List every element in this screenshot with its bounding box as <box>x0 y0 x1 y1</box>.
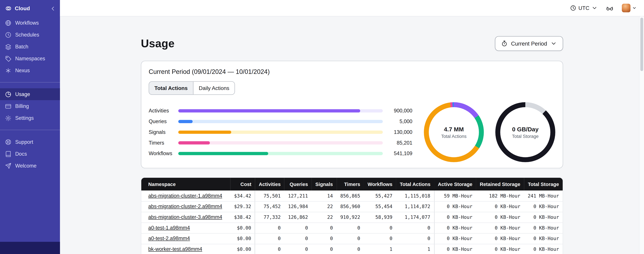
column-header-cost: Cost <box>230 178 255 190</box>
sidebar-item-label: Batch <box>15 44 28 50</box>
table-cell: 75,501 <box>255 190 284 201</box>
table-cell: 0 KB-Hour <box>476 201 524 212</box>
sidebar-item-usage[interactable]: Usage <box>0 88 60 100</box>
namespace-link[interactable]: abs-migration-cluster-2.a98mm4 <box>148 204 222 209</box>
docs-icon <box>5 150 12 157</box>
table-cell: 1,114,872 <box>396 201 434 212</box>
namespace-link[interactable]: abs-migration-cluster-1.a98mm4 <box>148 193 222 198</box>
table-row: bk-worker-test.a98mm4$0.000000110 KB-Hou… <box>141 244 563 254</box>
sidebar-item-nexus[interactable]: Nexus <box>0 64 60 76</box>
table-row: a0-test-1.a98mm4$0.000000000 KB-Hour0 KB… <box>141 222 563 233</box>
content-column: Usage Current Period Current Period (09/… <box>141 36 563 254</box>
sidebar-item-label: Billing <box>15 103 29 109</box>
table-cell: 77,332 <box>255 212 284 222</box>
total-actions-donut: 4.7 MM Total Actions <box>424 102 484 162</box>
namespace-link[interactable]: bk-worker-test.a98mm4 <box>148 246 202 252</box>
avatar[interactable] <box>622 4 630 12</box>
labs-mode-button[interactable] <box>606 4 614 12</box>
table-cell: 0 KB-Hour <box>524 201 563 212</box>
sidebar-item-workflows[interactable]: Workflows <box>0 17 60 29</box>
brand: Cloud <box>0 0 60 15</box>
chevron-down-icon <box>591 5 598 11</box>
column-header-retained-storage: Retained Storage <box>476 178 524 190</box>
sidebar-item-namespaces[interactable]: Namespaces <box>0 52 60 64</box>
column-header-timers: Timers <box>336 178 364 190</box>
table-body: abs-migration-cluster-1.a98mm4$34.4275,5… <box>141 190 563 254</box>
sidebar-item-batch[interactable]: Batch <box>0 41 60 52</box>
table-cell: 127,211 <box>284 190 312 201</box>
workflows-icon <box>5 20 12 26</box>
namespace-cell: a0-test-2.a98mm4 <box>141 233 230 244</box>
chevron-down-icon <box>550 40 557 47</box>
table-cell: 0 KB-Hour <box>434 244 476 254</box>
brand-label: Cloud <box>15 5 47 12</box>
table-cell: 55,454 <box>364 201 396 212</box>
bar-fill <box>178 109 360 112</box>
period-selector-button[interactable]: Current Period <box>495 36 563 51</box>
sidebar-nav-account: UsageBillingSettings <box>0 88 60 124</box>
table-cell: 58,939 <box>364 212 396 222</box>
scrollbar-thumb[interactable] <box>640 18 643 71</box>
usage-summary-card: Current Period (09/01/2024 — 10/01/2024)… <box>141 61 563 168</box>
schedules-icon <box>5 31 12 38</box>
table-cell: 0 KB-Hour <box>476 233 524 244</box>
namespace-link[interactable]: abs-migration-cluster-3.a98mm4 <box>148 214 222 220</box>
bar-value: 900,000 <box>387 108 412 114</box>
column-header-namespace: Namespace <box>141 178 230 190</box>
tab-daily-actions[interactable]: Daily Actions <box>193 82 235 94</box>
sidebar-item-label: Usage <box>15 91 30 97</box>
bar-label: Queries <box>149 118 174 124</box>
sidebar-item-billing[interactable]: Billing <box>0 100 60 112</box>
table-cell: 22 <box>312 201 336 212</box>
timezone-label: UTC <box>578 5 589 11</box>
tab-total-actions[interactable]: Total Actions <box>149 82 193 94</box>
chevron-left-icon <box>50 6 56 11</box>
sidebar-item-label: Support <box>15 139 33 144</box>
table-cell: 59 MB-Hour <box>434 190 476 201</box>
table-cell: 0 KB-Hour <box>476 212 524 222</box>
table-cell: 0 <box>312 233 336 244</box>
timezone-selector[interactable]: UTC <box>570 5 598 11</box>
charts-row: Activities900,000Queries5,000Signals130,… <box>149 102 555 162</box>
bar-track <box>178 141 383 144</box>
bar-label: Activities <box>149 108 174 114</box>
usage-icon <box>5 91 12 98</box>
app: Cloud WorkflowsSchedulesBatchNamespacesN… <box>0 0 644 254</box>
namespace-link[interactable]: a0-test-2.a98mm4 <box>148 236 190 241</box>
namespace-link[interactable]: a0-test-1.a98mm4 <box>148 225 190 231</box>
table-cell: 0 KB-Hour <box>524 244 563 254</box>
table-cell: 241 MB-Hour <box>524 190 563 201</box>
account-menu[interactable] <box>622 4 636 12</box>
table-cell: $0.00 <box>230 233 255 244</box>
table-cell: 856,960 <box>336 201 364 212</box>
table-cell: 0 <box>284 244 312 254</box>
sidebar-item-settings[interactable]: Settings <box>0 112 60 124</box>
sidebar-item-welcome[interactable]: Welcome <box>0 160 60 172</box>
sidebar-collapse-button[interactable] <box>50 6 56 11</box>
table-cell: 55,427 <box>364 190 396 201</box>
table-cell: 0 <box>396 233 434 244</box>
actions-tabs: Total Actions Daily Actions <box>149 81 235 95</box>
usage-bar-row-queries: Queries5,000 <box>149 116 412 127</box>
table-cell: 22 <box>312 212 336 222</box>
table-cell: 0 <box>364 233 396 244</box>
total-storage-label: Total Storage <box>512 134 538 138</box>
usage-table: NamespaceCostActivitiesQueriesSignalsTim… <box>141 178 563 254</box>
table-cell: 0 KB-Hour <box>434 201 476 212</box>
table-cell: 0 <box>255 233 284 244</box>
bar-fill <box>178 130 231 134</box>
nexus-icon <box>5 67 12 74</box>
sidebar-item-support[interactable]: Support <box>0 136 60 148</box>
table-cell: 0 <box>284 233 312 244</box>
sidebar-item-schedules[interactable]: Schedules <box>0 29 60 41</box>
usage-bar-row-signals: Signals130,000 <box>149 127 412 138</box>
topbar: UTC <box>60 0 644 16</box>
table-row: abs-migration-cluster-3.a98mm4$38.4277,3… <box>141 212 563 222</box>
period-label: Current Period <box>511 40 547 46</box>
sidebar-item-label: Schedules <box>15 32 39 38</box>
sidebar-item-label: Nexus <box>15 68 30 73</box>
column-header-active-storage: Active Storage <box>434 178 476 190</box>
vertical-scrollbar[interactable] <box>639 16 644 254</box>
bar-track <box>178 152 383 155</box>
sidebar-item-docs[interactable]: Docs <box>0 148 60 160</box>
